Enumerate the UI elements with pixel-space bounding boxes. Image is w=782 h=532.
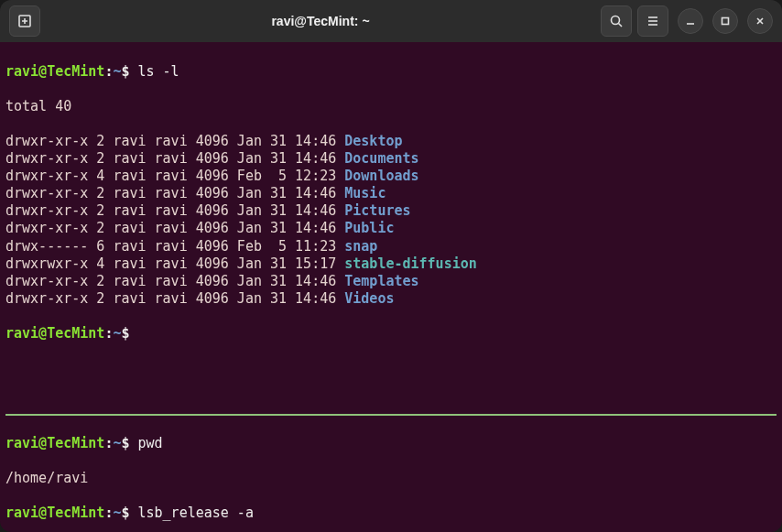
- svg-line-4: [619, 24, 623, 27]
- prompt-line: ravi@TecMint:~$ lsb_release -a: [5, 505, 777, 522]
- new-tab-button[interactable]: [9, 5, 40, 37]
- directory-name: Desktop: [344, 133, 402, 149]
- directory-name: snap: [344, 238, 377, 255]
- directory-name: Downloads: [344, 168, 418, 184]
- minimize-button[interactable]: [678, 8, 703, 34]
- listing-row: drwxr-xr-x 2 ravi ravi 4096 Jan 31 14:46…: [5, 273, 777, 290]
- menu-button[interactable]: [637, 5, 668, 37]
- listing-row: drwxr-xr-x 4 ravi ravi 4096 Feb 5 12:23 …: [5, 168, 777, 185]
- command-text: lsb_release -a: [138, 505, 254, 521]
- command-text: pwd: [138, 435, 163, 451]
- window-title: ravi@TecMint: ~: [46, 14, 595, 28]
- command-text: ls -l: [138, 63, 179, 80]
- svg-rect-9: [722, 18, 729, 25]
- directory-name: Documents: [344, 150, 418, 167]
- output-line: /home/ravi: [5, 470, 777, 487]
- listing-row: drwxrwxr-x 4 ravi ravi 4096 Jan 31 15:17…: [5, 255, 777, 273]
- listing-row: drwxr-xr-x 2 ravi ravi 4096 Jan 31 14:46…: [5, 220, 777, 237]
- svg-point-3: [612, 16, 620, 25]
- pane-divider[interactable]: [5, 414, 777, 416]
- terminal-area[interactable]: ravi@TecMint:~$ ls -l total 40 drwxr-xr-…: [0, 42, 782, 532]
- listing-row: drwxr-xr-x 2 ravi ravi 4096 Jan 31 14:46…: [5, 150, 777, 168]
- terminal-pane-bottom[interactable]: ravi@TecMint:~$ pwd /home/ravi ravi@TecM…: [5, 418, 777, 532]
- output-total: total 40: [5, 98, 777, 115]
- directory-name: stable-diffusion: [344, 255, 477, 272]
- listing-row: drwxr-xr-x 2 ravi ravi 4096 Jan 31 14:46…: [5, 133, 777, 150]
- listing-row: drwxr-xr-x 2 ravi ravi 4096 Jan 31 14:46…: [5, 185, 777, 202]
- prompt-line: ravi@TecMint:~$ ls -l: [5, 63, 777, 81]
- directory-name: Public: [344, 220, 394, 236]
- directory-name: Pictures: [344, 202, 410, 219]
- listing-row: drwxr-xr-x 2 ravi ravi 4096 Jan 31 14:46…: [5, 290, 777, 308]
- terminal-pane-top[interactable]: ravi@TecMint:~$ ls -l total 40 drwxr-xr-…: [5, 46, 777, 412]
- titlebar: ravi@TecMint: ~: [0, 0, 782, 42]
- prompt-line: ravi@TecMint:~$: [5, 325, 777, 342]
- close-button[interactable]: [747, 8, 773, 34]
- prompt-user: ravi@TecMint: [5, 63, 104, 80]
- directory-name: Videos: [344, 290, 394, 307]
- directory-name: Templates: [344, 273, 418, 289]
- listing-row: drwx------ 6 ravi ravi 4096 Feb 5 11:23 …: [5, 238, 777, 255]
- listing-row: drwxr-xr-x 2 ravi ravi 4096 Jan 31 14:46…: [5, 202, 777, 220]
- search-button[interactable]: [601, 5, 632, 37]
- maximize-button[interactable]: [712, 8, 738, 34]
- file-listing: drwxr-xr-x 2 ravi ravi 4096 Jan 31 14:46…: [5, 133, 777, 307]
- prompt-line: ravi@TecMint:~$ pwd: [5, 435, 777, 452]
- directory-name: Music: [344, 185, 386, 201]
